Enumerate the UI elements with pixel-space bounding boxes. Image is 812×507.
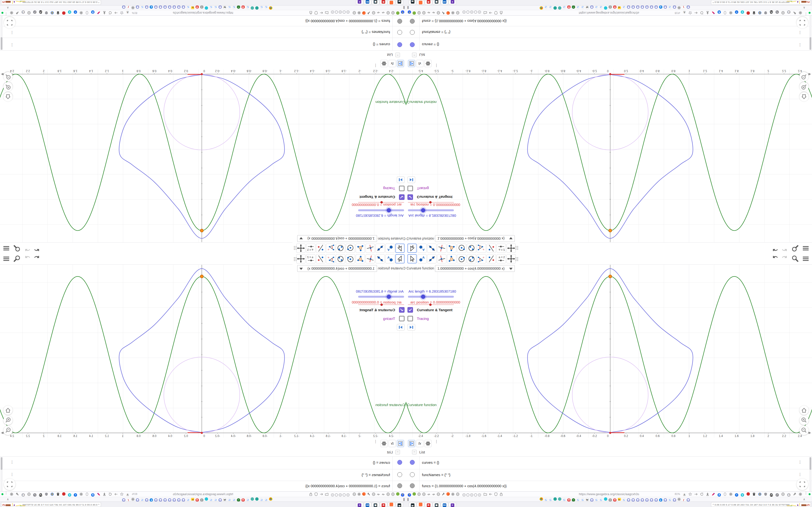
list-row-funcs[interactable]: funcs = {1.000000000000 + cos(4.00000000… [0, 15, 406, 26]
row-menu-icon[interactable]: ⋮ [798, 473, 802, 475]
odot-icon[interactable] [332, 493, 335, 496]
bookmark-img-icon[interactable] [191, 6, 195, 10]
globe-icon[interactable] [781, 492, 785, 496]
function-view-button[interactable]: fx [389, 440, 396, 447]
bookmark-g-icon[interactable]: G [214, 6, 217, 10]
globe-icon[interactable] [422, 492, 426, 496]
bookmark-flower-icon[interactable]: ✽ [168, 497, 171, 501]
wrench-icon[interactable] [793, 492, 797, 496]
tool-line[interactable] [375, 254, 385, 264]
arrowR-icon[interactable] [694, 11, 698, 15]
odot-icon[interactable] [470, 493, 472, 496]
bookmark-g-icon[interactable]: G [186, 497, 190, 501]
arc-position-slider-thumb[interactable] [429, 303, 432, 306]
transb-icon[interactable]: A [717, 492, 721, 496]
zoom-out-button[interactable] [3, 426, 12, 435]
zoom-out-button[interactable] [3, 72, 12, 81]
visibility-toggle[interactable] [410, 460, 415, 465]
arc-length-slider[interactable] [358, 209, 404, 211]
pinned-tab-floppy[interactable]: 64 [441, 502, 448, 507]
list-row-curves[interactable]: curves = {} ⋮ [0, 456, 406, 469]
arrowL-icon[interactable] [489, 11, 493, 15]
trans-icon[interactable]: A [682, 492, 686, 496]
bookmark-g-icon[interactable]: G [260, 6, 263, 10]
tool-reflect[interactable] [487, 243, 496, 253]
tool-line[interactable] [427, 254, 437, 264]
bookmark-geardk-icon[interactable] [677, 6, 681, 10]
arrowR-icon[interactable] [694, 492, 698, 496]
bookmark-flower-icon[interactable]: ✽ [663, 497, 667, 501]
dot-icon[interactable] [396, 492, 400, 496]
globe-icon[interactable] [372, 492, 375, 496]
tool-polygon[interactable] [447, 243, 456, 253]
play-pause-button[interactable] [407, 324, 415, 331]
graphics-view[interactable]: -2.4-2.2-2-1.8-1.6-1.4-1.2-1-0.8-0.6-0.4… [406, 69, 812, 243]
globe-icon[interactable] [386, 11, 390, 15]
view-toolbar-menu-icon[interactable]: ⋮ [435, 441, 439, 443]
undo-button[interactable] [33, 255, 41, 263]
trash-icon[interactable] [56, 492, 60, 496]
tool-point[interactable]: A [417, 254, 426, 264]
bookmark-flower-icon[interactable]: ✽ [650, 6, 654, 10]
arc-position-slider[interactable] [358, 202, 404, 203]
bookmark-g-icon[interactable]: G [214, 497, 217, 501]
visibility-toggle[interactable] [397, 472, 402, 477]
thumb-icon[interactable]: ♟ [787, 11, 791, 15]
bookmark-flower-icon[interactable]: ✽ [636, 6, 640, 10]
arc-length-slider[interactable] [408, 209, 454, 211]
bookmark-w-icon[interactable]: W [223, 6, 227, 10]
gauge-icon[interactable] [427, 492, 430, 496]
gauge-icon[interactable] [432, 11, 436, 15]
bookmark-flower-icon[interactable]: ✽ [154, 6, 158, 10]
tool-reflect[interactable] [316, 243, 325, 253]
list-row-curves[interactable]: curves = {} ⋮ [406, 38, 812, 51]
bookmark-flower-icon[interactable]: ✽ [686, 6, 690, 10]
bookmark-flower-icon[interactable]: ✽ [145, 6, 149, 10]
thumb-icon[interactable]: ♟ [21, 11, 25, 15]
overflow-menu-icon[interactable]: ⋮ [4, 492, 8, 494]
odot-icon[interactable] [477, 493, 480, 496]
redo-button[interactable] [24, 244, 32, 252]
zoom-in-button[interactable] [800, 82, 809, 91]
visibility-toggle[interactable] [410, 472, 415, 477]
stats-tab[interactable]: ^ 0.06 0.00 0.17 0.89 20 263 721 34 187 … [711, 502, 811, 507]
oval-icon[interactable] [85, 11, 89, 15]
star-icon[interactable] [120, 11, 124, 15]
bookmark-flower-icon[interactable]: ✽ [145, 497, 149, 501]
wrench-icon[interactable] [367, 492, 371, 496]
reload-icon[interactable] [700, 492, 704, 496]
dl-icon[interactable] [102, 11, 106, 15]
pinned-tab-floppy[interactable]: 64 [364, 0, 371, 5]
arc-position-slider-thumb[interactable] [380, 303, 383, 306]
shieldg-icon[interactable] [764, 492, 767, 496]
globe-icon[interactable] [417, 492, 421, 496]
home-button[interactable] [3, 92, 12, 101]
tool-point[interactable]: A [386, 254, 395, 264]
collapse-button[interactable]: − [412, 53, 417, 57]
odot-icon[interactable] [347, 11, 350, 14]
algebra-view-button[interactable] [408, 440, 415, 447]
visibility-toggle[interactable] [410, 30, 415, 35]
bookmark-chat-icon[interactable]: ▸ [149, 497, 153, 501]
menu-icon[interactable] [2, 255, 10, 263]
bookmark-flower-icon[interactable]: ✽ [163, 497, 167, 501]
visibility-toggle[interactable] [397, 460, 402, 465]
bookmark-flower-icon[interactable]: ✽ [154, 497, 158, 501]
bookmark-g-icon[interactable]: G [595, 497, 598, 501]
plusb-icon[interactable]: + [735, 492, 739, 496]
collapse-button[interactable]: − [395, 53, 400, 57]
list-row-funcnames[interactable]: funcNames = {" "} ⋮ [0, 469, 406, 481]
panel-scrollbar[interactable] [809, 16, 812, 51]
bookmark-flower-icon[interactable]: ✽ [182, 6, 185, 10]
algebra-view-button[interactable] [408, 60, 415, 67]
arc-length-slider-thumb[interactable] [421, 294, 425, 299]
arc-point[interactable] [200, 275, 203, 278]
odot-icon[interactable] [332, 11, 335, 14]
curvature-tangent-checkbox[interactable] [399, 307, 405, 313]
ylogo-icon[interactable]: Y [407, 492, 411, 496]
bookmark-w-icon[interactable]: W [585, 497, 589, 501]
globe-icon[interactable] [781, 11, 785, 15]
panel-scrollbar[interactable] [0, 456, 3, 491]
transb-icon[interactable]: A [91, 11, 95, 15]
row-menu-icon[interactable]: ⋮ [10, 461, 14, 463]
